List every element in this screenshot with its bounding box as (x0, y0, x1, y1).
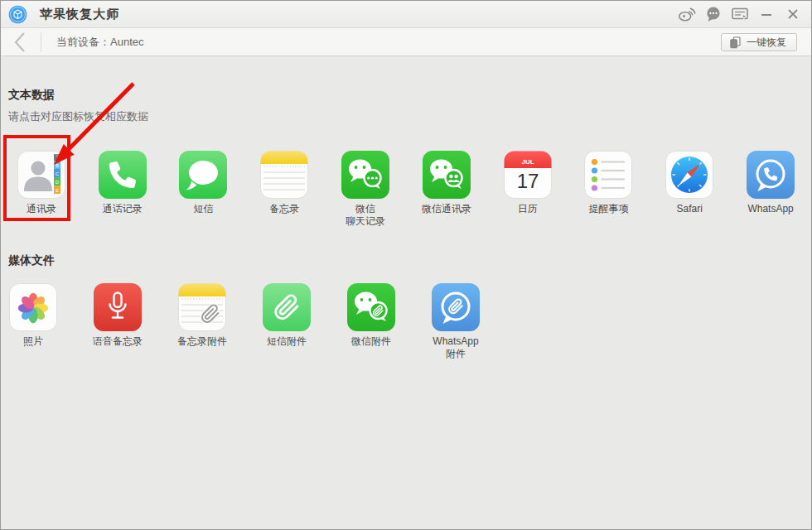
app-item-label: WhatsApp (747, 203, 793, 215)
back-button[interactable] (1, 28, 41, 56)
wechat-contacts-icon (423, 151, 471, 199)
app-item-label: 照片 (23, 335, 43, 348)
whatsapp-attachment-icon (432, 283, 480, 331)
app-item-notes[interactable]: 备忘录 (244, 151, 325, 228)
close-button[interactable] (783, 4, 803, 24)
section-subtitle: 请点击对应图标恢复相应数据 (8, 110, 811, 123)
sms-attachment-icon (263, 283, 311, 331)
whatsapp-icon (747, 151, 795, 199)
app-item-label: 备忘录附件 (177, 335, 227, 348)
section-title-media-files: 媒体文件 (8, 253, 811, 267)
text-data-grid: BCDE 通讯录 通话记录 (1, 151, 811, 228)
app-item-reminders[interactable]: 提醒事项 (568, 151, 650, 228)
titlebar: 苹果恢复大师 (1, 1, 811, 28)
voice-memos-icon (94, 283, 142, 331)
recover-button-label: 一键恢复 (747, 36, 786, 50)
app-item-whatsapp-attachment[interactable]: WhatsApp 附件 (413, 283, 498, 360)
feedback-chat-icon[interactable] (703, 4, 723, 24)
reminders-icon (584, 151, 632, 199)
main-content: 文本数据 请点击对应图标恢复相应数据 (1, 56, 811, 529)
app-item-voice-memos[interactable]: 语音备忘录 (75, 283, 160, 360)
app-item-contacts[interactable]: BCDE 通讯录 (1, 151, 82, 228)
one-click-recover-button[interactable]: 一键恢复 (721, 33, 797, 51)
app-item-wechat-chat[interactable]: 微信 聊天记录 (325, 151, 406, 228)
notes-attachment-icon (178, 283, 226, 331)
safari-icon (665, 151, 713, 199)
app-item-label: Safari (677, 203, 703, 215)
wechat-attachment-icon (347, 283, 395, 331)
device-label: 当前设备：Auntec (56, 35, 143, 50)
svg-text:C: C (56, 171, 60, 176)
app-item-label: 通讯录 (27, 203, 56, 215)
app-item-notes-attachment[interactable]: 备忘录附件 (160, 283, 244, 360)
app-item-whatsapp[interactable]: WhatsApp (730, 151, 811, 228)
calendar-icon: JUL 17 (504, 151, 552, 199)
app-item-call-records[interactable]: 通话记录 (82, 151, 163, 228)
app-item-label: 微信通讯录 (422, 203, 471, 215)
minimize-button[interactable] (756, 4, 776, 24)
app-item-safari[interactable]: Safari (649, 151, 730, 228)
app-item-label: 备忘录 (269, 203, 299, 215)
phone-icon (99, 151, 147, 199)
app-item-label: 通话记录 (103, 203, 143, 215)
app-item-sms-attachment[interactable]: 短信附件 (244, 283, 329, 360)
app-title: 苹果恢复大师 (40, 7, 119, 22)
back-chevron-icon (12, 30, 30, 55)
app-item-photos[interactable]: 照片 (1, 283, 75, 360)
app-item-label: 短信 (193, 203, 213, 215)
app-item-sms[interactable]: 短信 (163, 151, 244, 228)
app-item-label: 日历 (518, 203, 538, 215)
calendar-month: JUL (521, 158, 534, 166)
app-item-label: 短信附件 (267, 335, 307, 348)
photos-icon (9, 283, 57, 331)
calendar-day: 17 (516, 170, 539, 192)
feedback-form-icon[interactable] (730, 4, 750, 24)
section-title-text-data: 文本数据 (8, 88, 811, 101)
app-item-wechat-attachment[interactable]: 微信附件 (329, 283, 413, 360)
contacts-icon: BCDE (17, 151, 65, 199)
app-window: 苹果恢复大师 (0, 0, 812, 530)
toolbar-separator (41, 32, 41, 52)
svg-text:D: D (56, 180, 60, 185)
wechat-chat-icon (341, 151, 389, 199)
weibo-icon[interactable] (677, 4, 697, 24)
app-logo-icon (8, 5, 27, 24)
recover-copy-icon (728, 36, 742, 49)
toolbar: 当前设备：Auntec 一键恢复 (1, 28, 811, 56)
notes-icon (260, 151, 308, 199)
messages-icon (179, 151, 227, 199)
app-item-label: 微信 聊天记录 (346, 203, 385, 228)
app-item-calendar[interactable]: JUL 17 日历 (487, 151, 568, 228)
svg-text:B: B (56, 163, 59, 168)
svg-text:E: E (56, 188, 59, 193)
app-item-label: WhatsApp 附件 (433, 335, 478, 360)
app-item-label: 语音备忘录 (93, 335, 143, 348)
app-item-label: 微信附件 (351, 335, 391, 348)
app-item-label: 提醒事项 (588, 203, 628, 215)
media-files-grid: 照片 语音备忘录 (1, 283, 811, 360)
app-item-wechat-contacts[interactable]: 微信通讯录 (406, 151, 487, 228)
